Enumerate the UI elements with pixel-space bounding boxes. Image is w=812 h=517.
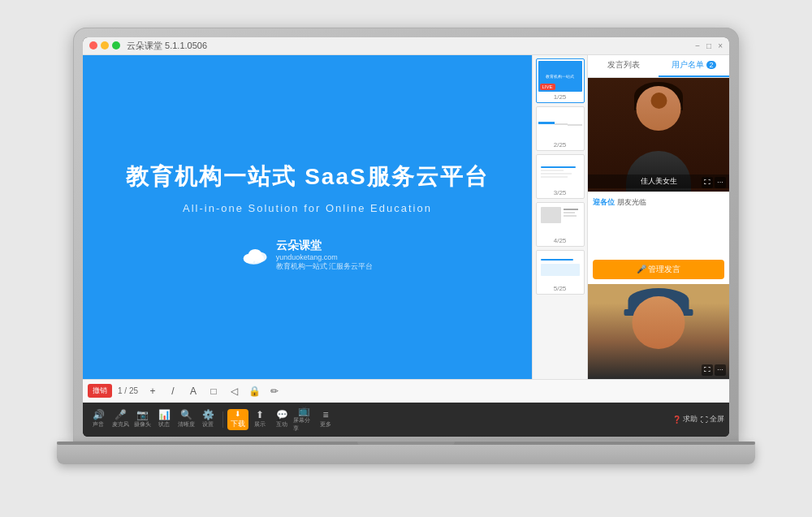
- slide-thumb-3[interactable]: 3/25: [536, 154, 585, 199]
- camera-icon: 📷: [136, 410, 149, 420]
- chat-text: 朋友光临: [617, 198, 646, 206]
- erase-button[interactable]: 撤销: [88, 384, 112, 398]
- drawing-toolbar: 撤销 1 / 25 + / A □ ◁ 🔒 ✏: [83, 379, 729, 403]
- toolbar-btn-show[interactable]: ⬆ 展示: [249, 409, 270, 430]
- toolbar-btn-camera[interactable]: 📷 摄像头: [132, 409, 153, 430]
- camera-label: 摄像头: [134, 420, 151, 429]
- titlebar-close-icon[interactable]: ×: [718, 41, 723, 50]
- draw-tool-rect[interactable]: □: [205, 382, 222, 400]
- laptop-hinge: [57, 442, 755, 445]
- video-feed-top: 佳人美女生 ⛶ ⋯: [588, 78, 729, 192]
- toolbar-btn-sound[interactable]: 🔊 声音: [88, 409, 109, 430]
- chat-message-1: 迎各位 朋友光临: [593, 197, 724, 208]
- slide-thumb-preview-1: 教育机构一站式 LIVE: [538, 61, 582, 92]
- interact-icon: 💬: [276, 410, 288, 420]
- logo-text: 云朵课堂 yunduoketang.com 教育机构一站式 汇服务云平台: [276, 239, 374, 272]
- page-indicator: 1 / 25: [114, 386, 141, 395]
- slide-thumb-4[interactable]: 4/25: [536, 202, 585, 247]
- slide-thumb-2[interactable]: 2/25: [536, 106, 585, 151]
- slide-logo: 云朵课堂 yunduoketang.com 教育机构一站式 汇服务云平台: [242, 239, 374, 272]
- clarity-label: 清晰度: [178, 420, 195, 429]
- stats-label: 状态: [158, 420, 170, 429]
- laptop-base: [57, 442, 755, 464]
- toolbar-divider-1: [222, 411, 223, 428]
- toolbar-btn-download[interactable]: ⬇ 下载: [227, 409, 248, 430]
- close-button[interactable]: [89, 41, 97, 50]
- draw-tool-shape[interactable]: ◁: [225, 382, 243, 400]
- video-ctrl-expand-bottom[interactable]: ⛶: [702, 364, 713, 376]
- draw-tool-pen[interactable]: /: [164, 382, 182, 400]
- window-title: 云朵课堂 5.1.1.0506: [127, 40, 207, 52]
- toolbar-btn-help[interactable]: ❓ 求助: [672, 414, 698, 424]
- stats-icon: 📊: [158, 410, 171, 420]
- slide-thumb-preview-2: [538, 109, 582, 140]
- titlebar-minimize-icon[interactable]: −: [695, 41, 700, 50]
- toolbar-btn-clarity[interactable]: 🔍 清晰度: [175, 409, 197, 430]
- video-ctrl-more-bottom[interactable]: ⋯: [715, 364, 726, 376]
- titlebar-maximize-icon[interactable]: □: [706, 41, 711, 50]
- slide-label-5: 5/25: [538, 285, 582, 292]
- slide-sub-title: All-in-one Solution for Online Education: [183, 202, 432, 214]
- screen-inner: 云朵课堂 5.1.1.0506 − □ × 教育机构一站式 SaaS服务云平台 …: [83, 37, 729, 437]
- slide-thumbnails-panel: 教育机构一站式 LIVE 1/25 2/: [532, 55, 587, 379]
- help-icon: ❓: [672, 416, 681, 424]
- help-label: 求助: [683, 414, 698, 424]
- settings-icon: ⚙️: [202, 410, 214, 420]
- video-ctrl-expand[interactable]: ⛶: [702, 177, 713, 188]
- tab-participant-list[interactable]: 发言列表: [588, 55, 659, 77]
- toolbar-btn-settings[interactable]: ⚙️ 设置: [197, 409, 218, 430]
- logo-tagline: 教育机构一站式 汇服务云平台: [276, 261, 374, 272]
- user-count-badge: 2: [706, 61, 715, 69]
- cloud-logo-icon: [242, 245, 271, 266]
- person-face-bottom: [633, 296, 685, 349]
- fullscreen-icon: ⛶: [701, 416, 708, 424]
- video-feed-bottom[interactable]: ⛶ ⋯: [588, 284, 729, 379]
- toolbar-right-section: ❓ 求助 ⛶ 全屏: [672, 414, 724, 424]
- slide-label-3: 3/25: [538, 189, 582, 196]
- manage-speech-button[interactable]: 🎤 管理发言: [593, 260, 724, 279]
- video-controls-top: ⛶ ⋯: [702, 177, 726, 188]
- tab-user-roster[interactable]: 用户名单 2: [659, 55, 729, 77]
- slide-thumb-preview-4: [538, 205, 582, 235]
- video-feeds: 佳人美女生 ⛶ ⋯ 迎各位 朋友光临: [588, 78, 729, 379]
- draw-tool-lock[interactable]: 🔒: [245, 382, 263, 400]
- screenshare-label: 屏幕分享: [293, 416, 314, 433]
- draw-tool-plus[interactable]: +: [144, 382, 162, 400]
- toolbar-btn-more[interactable]: ≡ 更多: [315, 409, 336, 430]
- show-icon: ⬆: [256, 410, 264, 420]
- draw-tool-text[interactable]: A: [184, 382, 202, 400]
- fullscreen-label: 全屏: [710, 414, 724, 424]
- window-titlebar: 云朵课堂 5.1.1.0506 − □ ×: [83, 37, 729, 55]
- minimize-button[interactable]: [101, 41, 109, 50]
- live-badge: LIVE: [540, 84, 555, 90]
- slide-thumb-1[interactable]: 教育机构一站式 LIVE 1/25: [536, 58, 585, 103]
- toolbar-btn-mic[interactable]: 🎤 麦克风: [110, 409, 131, 430]
- settings-label: 设置: [202, 420, 214, 429]
- slide-thumb-5[interactable]: 5/25: [536, 250, 585, 295]
- mic-label: 麦克风: [112, 420, 129, 429]
- slide-label-1: 1/25: [538, 93, 582, 101]
- screenshare-icon: 📺: [298, 406, 310, 416]
- logo-brand-name: 云朵课堂: [276, 239, 374, 253]
- sound-icon: 🔊: [93, 410, 105, 420]
- chat-username: 迎各位: [593, 198, 615, 206]
- titlebar-right-controls: − □ ×: [695, 41, 723, 50]
- toolbar-btn-stats[interactable]: 📊 状态: [153, 409, 175, 430]
- toolbar-btn-screenshare[interactable]: 📺 屏幕分享: [293, 409, 314, 430]
- video-ctrl-more[interactable]: ⋯: [715, 177, 726, 188]
- toolbar-btn-interact[interactable]: 💬 互动: [271, 409, 292, 430]
- toolbar-btn-fullscreen[interactable]: ⛶ 全屏: [701, 414, 724, 424]
- draw-tool-eraser[interactable]: ✏: [266, 382, 283, 400]
- sound-label: 声音: [93, 420, 104, 429]
- slide-main-title: 教育机构一站式 SaaS服务云平台: [126, 162, 488, 192]
- window-content: 教育机构一站式 SaaS服务云平台 All-in-one Solution fo…: [83, 55, 729, 437]
- logo-url: yunduoketang.com: [276, 253, 374, 261]
- download-icon: ⬇: [235, 410, 241, 418]
- maximize-button[interactable]: [112, 41, 120, 50]
- person-face: [637, 86, 681, 131]
- toolbar-left-section: 🔊 声音 🎤 麦克风 📷 摄像头 📊 状: [88, 409, 218, 430]
- bottom-toolbar: 🔊 声音 🎤 麦克风 📷 摄像头 📊 状: [83, 403, 729, 436]
- slide-thumb-preview-3: [538, 157, 582, 187]
- clarity-icon: 🔍: [180, 410, 192, 420]
- slide-label-2: 2/25: [538, 141, 582, 149]
